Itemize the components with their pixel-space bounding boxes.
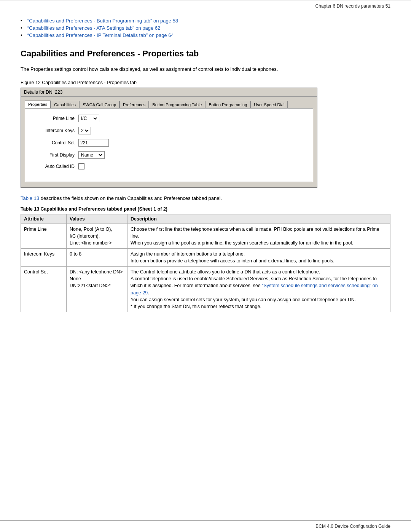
bullet-list: “Capabilities and Preferences - Button P…	[21, 18, 390, 38]
tab-capabilities[interactable]: Capabilities	[51, 101, 79, 108]
list-item: “Capabilities and Preferences - ATA Sett…	[21, 25, 390, 31]
first-display-select[interactable]: Name Number	[78, 151, 105, 159]
tab-swca-call-group[interactable]: SWCA Call Group	[79, 101, 119, 108]
form-row-first-display: First Display Name Number	[33, 151, 305, 159]
system-schedule-link[interactable]: “System schedule settings and services s…	[131, 283, 378, 295]
tab-user-speed-dial[interactable]: User Speed Dial	[250, 101, 288, 108]
tab-button-programming-table[interactable]: Button Programming Table	[149, 101, 205, 108]
tab-button-programming[interactable]: Button Programming	[205, 101, 250, 108]
prime-line-dropdown[interactable]: I/C None	[80, 115, 98, 121]
intercom-keys-dropdown[interactable]: 2 0 1 3	[80, 128, 90, 134]
section-heading: Capabilities and Preferences - Propertie…	[21, 49, 390, 60]
tab-properties[interactable]: Properties	[25, 101, 51, 108]
col-header-description: Description	[127, 214, 390, 224]
figure-caption: Capabilities and Preferences - Propertie…	[42, 80, 137, 85]
col-header-attribute: Attribute	[21, 214, 67, 224]
table-ref-line: Table 13 describes the fields shown on t…	[21, 195, 348, 201]
cell-attribute: Prime Line	[21, 224, 67, 248]
cell-values: DN: <any telephone DN>NoneDN:221<start D…	[67, 267, 127, 312]
cell-values: None, Pool (A to O),I/C (intercom),Line:…	[67, 224, 127, 248]
list-item: “Capabilities and Preferences - Button P…	[21, 18, 390, 24]
table-header-row: Attribute Values Description	[21, 214, 390, 224]
form-row-prime-line: Prime Line I/C None	[33, 115, 305, 122]
table13: Attribute Values Description Prime LineN…	[21, 214, 390, 312]
table13-heading: Table 13 Capabilities and Preferences ta…	[21, 206, 390, 212]
body-paragraph: The Properties settings control how call…	[21, 66, 348, 73]
first-display-label: First Display	[33, 152, 78, 158]
bullet-link-1[interactable]: “Capabilities and Preferences - Button P…	[27, 18, 178, 24]
footer-text: BCM 4.0 Device Configuration Guide	[315, 524, 390, 529]
list-item: “Capabilities and Preferences - IP Termi…	[21, 32, 390, 38]
bullet-link-3[interactable]: “Capabilities and Preferences - IP Termi…	[27, 32, 174, 38]
form-row-auto-called-id: Auto Called ID	[33, 163, 305, 169]
form-row-intercom-keys: Intercom Keys 2 0 1 3	[33, 127, 305, 134]
header-text: Chapter 6 DN records parameters 51	[315, 3, 390, 9]
tabs-bar: Properties Capabilities SWCA Call Group …	[25, 101, 313, 108]
dialog-body: Properties Capabilities SWCA Call Group …	[21, 97, 317, 187]
cell-values: 0 to 8	[67, 248, 127, 266]
cell-attribute: Control Set	[21, 267, 67, 312]
auto-called-id-label: Auto Called ID	[33, 164, 78, 169]
figure-label: Figure 12 Capabilities and Preferences -…	[21, 80, 390, 85]
prime-line-label: Prime Line	[33, 116, 78, 121]
page: Chapter 6 DN records parameters 51 “Capa…	[0, 0, 411, 532]
first-display-dropdown[interactable]: Name Number	[80, 152, 104, 158]
table13-link[interactable]: Table 13	[21, 195, 39, 201]
cell-description: The Control telephone attribute allows y…	[127, 267, 390, 312]
prime-line-select[interactable]: I/C None	[78, 115, 99, 122]
content-area: “Capabilities and Preferences - Button P…	[0, 14, 411, 343]
dialog-titlebar: Details for DN: 223	[21, 88, 317, 97]
control-set-label: Control Set	[33, 140, 78, 145]
bullet-link-2[interactable]: “Capabilities and Preferences - ATA Sett…	[27, 25, 160, 31]
tab-preferences[interactable]: Preferences	[119, 101, 149, 108]
dialog-window: Details for DN: 223 Properties Capabilit…	[21, 88, 317, 188]
auto-called-id-checkbox[interactable]	[78, 163, 84, 169]
cell-description: Choose the first line that the telephone…	[127, 224, 390, 248]
tab-content-properties: Prime Line I/C None Intercom Keys	[25, 108, 313, 182]
table-row: Control SetDN: <any telephone DN>NoneDN:…	[21, 267, 390, 312]
intercom-keys-select[interactable]: 2 0 1 3	[78, 127, 91, 134]
control-set-input[interactable]	[78, 139, 109, 147]
page-footer: BCM 4.0 Device Configuration Guide	[0, 520, 411, 532]
page-header: Chapter 6 DN records parameters 51	[0, 0, 411, 10]
table13-heading-rest: Capabilities and Preferences tabbed pane…	[39, 206, 167, 212]
form-row-control-set: Control Set	[33, 139, 305, 147]
table13-heading-bold: Table 13	[21, 206, 39, 212]
cell-description: Assign the number of intercom buttons to…	[127, 248, 390, 266]
intercom-keys-label: Intercom Keys	[33, 128, 78, 133]
cell-attribute: Intercom Keys	[21, 248, 67, 266]
figure-label-bold: Figure 12	[21, 80, 41, 85]
col-header-values: Values	[67, 214, 127, 224]
table-row: Prime LineNone, Pool (A to O),I/C (inter…	[21, 224, 390, 248]
table-row: Intercom Keys0 to 8Assign the number of …	[21, 248, 390, 266]
table-ref-rest: describes the fields shown on the main C…	[39, 195, 222, 201]
